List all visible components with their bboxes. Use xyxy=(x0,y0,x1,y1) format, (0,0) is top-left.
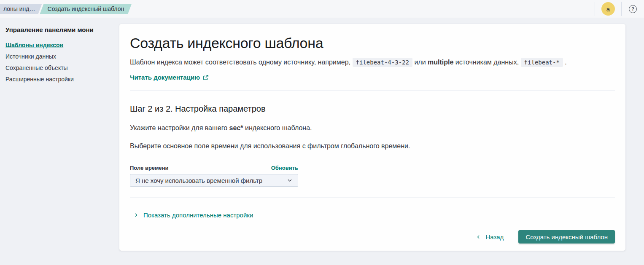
back-button[interactable]: Назад xyxy=(476,233,504,241)
section-divider xyxy=(130,91,615,91)
time-field-select[interactable]: Я не хочу использовать временной фильтр xyxy=(130,174,298,187)
advanced-toggle-label: Показать дополнительные настройки xyxy=(143,211,253,219)
step-text: Укажите настройки для вашего xyxy=(130,124,227,131)
sidebar-nav: Шаблоны индексов Источники данных Сохран… xyxy=(5,42,116,83)
content-area: Управление панелями мони Шаблоны индексо… xyxy=(0,18,644,251)
back-button-label: Назад xyxy=(485,233,504,241)
description-text: . xyxy=(565,59,566,66)
avatar[interactable]: a xyxy=(601,2,615,16)
read-docs-link[interactable]: Читать документацию xyxy=(130,74,209,81)
description-text: источникам данных, xyxy=(455,59,519,66)
time-field-form-row: Поле времени Обновить Я не хочу использо… xyxy=(130,165,298,187)
sidebar-item-data-sources[interactable]: Источники данных xyxy=(5,53,116,60)
code-example-wildcard: filebeat-* xyxy=(521,58,563,67)
header-divider xyxy=(621,2,622,16)
description-bold: multiple xyxy=(428,59,453,66)
index-pattern-name: sec* xyxy=(229,124,243,131)
breadcrumb-index-templates[interactable]: лоны инд… xyxy=(0,4,42,14)
section-divider xyxy=(130,198,615,198)
help-icon[interactable]: ? xyxy=(629,5,637,13)
external-link-icon xyxy=(203,75,209,80)
create-index-template-button[interactable]: Создать индексный шаблон xyxy=(518,230,615,244)
header-divider xyxy=(595,2,595,16)
sidebar-item-index-templates[interactable]: Шаблоны индексов xyxy=(5,42,116,48)
sidebar-item-advanced-settings[interactable]: Расширенные настройки xyxy=(5,76,116,83)
description-text: Шаблон индекса может соответствовать одн… xyxy=(130,59,350,66)
header-actions: a ? xyxy=(595,0,644,18)
page-description: Шаблон индекса может соответствовать одн… xyxy=(130,56,615,68)
top-header-bar: лоны инд… Создать индексный шаблон a ? xyxy=(0,0,644,18)
page-title: Создать индексного шаблона xyxy=(130,35,615,51)
main-panel: Создать индексного шаблона Шаблон индекс… xyxy=(119,24,625,251)
read-docs-label: Читать документацию xyxy=(130,74,200,81)
app-root: лоны инд… Создать индексный шаблон a ? У… xyxy=(0,0,644,265)
form-footer: Назад Создать индексный шаблон xyxy=(130,230,615,244)
description-text: или xyxy=(414,59,426,66)
step-description-1: Укажите настройки для вашего sec* индекс… xyxy=(130,124,615,132)
time-field-label-row: Поле времени Обновить xyxy=(130,165,298,171)
code-example-single: filebeat-4-3-22 xyxy=(353,58,412,67)
show-advanced-settings-toggle[interactable]: Показать дополнительные настройки xyxy=(133,211,253,219)
sidebar-item-saved-objects[interactable]: Сохраненные объекты xyxy=(5,64,116,71)
sidebar: Управление панелями мони Шаблоны индексо… xyxy=(0,18,119,251)
refresh-link[interactable]: Обновить xyxy=(271,165,298,171)
time-field-selected-value: Я не хочу использовать временной фильтр xyxy=(135,177,262,184)
step-text: индексного шаблона. xyxy=(245,124,312,131)
step-heading: Шаг 2 из 2. Настройка параметров xyxy=(130,104,615,114)
step-description-2: Выберите основное поле времени для испол… xyxy=(130,142,615,150)
chevron-down-icon xyxy=(287,177,293,183)
time-field-label: Поле времени xyxy=(130,165,169,171)
sidebar-title: Управление панелями мони xyxy=(5,26,116,33)
chevron-right-icon xyxy=(133,212,139,218)
breadcrumb-create-index-template: Создать индексный шаблон xyxy=(40,4,132,14)
chevron-left-icon xyxy=(476,234,481,240)
breadcrumb: лоны инд… Создать индексный шаблон xyxy=(0,4,132,14)
